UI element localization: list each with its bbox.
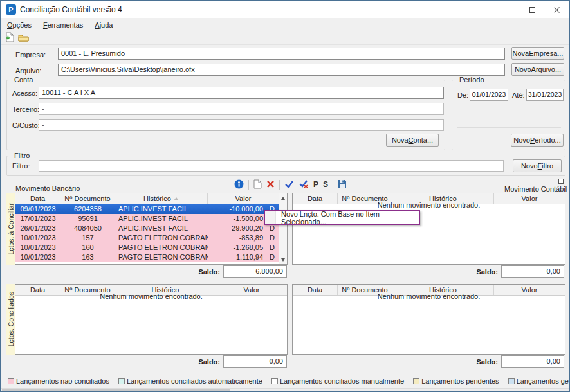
periodo-ate-input[interactable]: 31/01/2023 — [526, 89, 564, 101]
contabil-reconciled-saldo-value: 0,00 — [501, 355, 564, 368]
bank-reconciled-saldo-row: Saldo: 0,00 — [15, 355, 287, 368]
column-header-valor[interactable]: Valor — [208, 193, 279, 204]
table-row[interactable]: 09/01/2023 6204358 APLIC.INVEST FACIL -1… — [15, 204, 279, 214]
maximize-button[interactable] — [520, 1, 544, 18]
saldo-label: Saldo: — [476, 358, 498, 366]
filtro-group-title: Filtro — [12, 152, 32, 159]
panel-maximize-button[interactable] — [558, 179, 564, 184]
empresa-input[interactable]: 0001 - L. Presumido — [58, 48, 505, 60]
context-menu-gutter — [265, 211, 276, 224]
close-button[interactable] — [544, 1, 569, 18]
horizontal-scroll-thumb[interactable] — [2, 389, 230, 392]
main-toolbar — [1, 31, 569, 45]
context-menu-item-novo-lancamento[interactable]: Novo Lnçto. Com Base no Item Selecionado… — [276, 210, 419, 226]
terceiro-label: Terceiro: — [12, 105, 39, 113]
unconciliate-check-icon[interactable] — [299, 179, 309, 190]
conta-group-title: Conta — [12, 76, 35, 84]
legend-item: Lançamentos não conciliados — [8, 377, 109, 385]
empty-message: Nenhum movimento encontrado. — [293, 201, 565, 209]
saldo-label: Saldo: — [198, 268, 220, 276]
legend-swatch-white — [271, 378, 278, 384]
movimento-contabil-caption: Movimento Contábil — [504, 185, 567, 193]
legend-item: Lançamentos conciliados automaticamente — [118, 377, 262, 385]
acesso-input[interactable]: 10011 - C A I X A — [39, 87, 444, 99]
toolbar-separator — [279, 180, 280, 190]
saldo-label: Saldo: — [198, 358, 220, 366]
minimize-button[interactable] — [495, 1, 520, 18]
table-row[interactable]: 26/01/2023 4084050 APLIC.INVEST FACIL -2… — [15, 224, 279, 233]
minimize-icon — [504, 10, 511, 10]
toolbar-separator — [333, 180, 333, 190]
menu-ferramentas[interactable]: Ferramentas — [37, 19, 89, 31]
terceiro-input[interactable]: - — [39, 103, 444, 115]
open-folder-icon[interactable] — [18, 33, 29, 43]
column-header-data[interactable]: Data — [15, 193, 60, 204]
toolbar-separator — [248, 180, 249, 190]
window-title: Conciliação Contábil versão 4 — [20, 5, 122, 14]
arquivo-input[interactable]: C:\Users\Vinicius.Silva\Desktop\janeiro.… — [58, 64, 505, 76]
legend: Lançamentos não conciliados Lançamentos … — [8, 377, 566, 385]
contabil-saldo-row: Saldo: 0,00 — [292, 265, 564, 278]
legend-swatch-cyan — [118, 378, 125, 384]
bank-reconciled-table: Data Nº Documento Histórico Valor Nenhum… — [15, 284, 288, 355]
ccusto-label: C/Custo: — [12, 121, 40, 129]
app-window: P Conciliação Contábil versão 4 Opções F… — [0, 0, 570, 392]
column-header-documento[interactable]: Nº Documento — [60, 193, 115, 204]
conciliados-side-label: Lçtos. Conciliados — [7, 292, 15, 346]
column-header-historico[interactable]: Histórico — [115, 193, 208, 204]
letter-s-button[interactable]: S — [323, 180, 328, 189]
titlebar: P Conciliação Contábil versão 4 — [1, 1, 569, 18]
periodo-de-input[interactable]: 01/01/2023 — [470, 89, 508, 101]
empresa-label: Empresa: — [15, 51, 46, 58]
menubar: Opções Ferramentas Ajuda — [1, 18, 569, 31]
maximize-icon — [529, 7, 535, 13]
scroll-up-icon[interactable] — [279, 193, 287, 202]
novo-periodo-button[interactable]: Novo Período... — [511, 134, 564, 147]
new-entry-icon[interactable] — [253, 179, 262, 190]
conciliate-check-icon[interactable] — [284, 180, 294, 190]
periodo-groupbox: Período De: 01/01/2023 Até: 31/01/2023 N… — [452, 80, 565, 150]
contabil-reconciled-saldo-row: Saldo: 0,00 — [292, 355, 564, 368]
horizontal-scrollbar[interactable] — [1, 388, 569, 392]
bank-to-reconcile-table: Data Nº Documento Histórico Valor 09/01/… — [15, 193, 288, 265]
legend-swatch-blue — [508, 378, 515, 384]
menu-ajuda[interactable]: Ajuda — [89, 19, 118, 31]
table-row[interactable]: 10/01/2023 163 PAGTO ELETRON COBRANCA 07… — [15, 253, 279, 262]
legend-swatch-pink — [8, 378, 14, 384]
filtro-groupbox: Filtro Filtro: Novo Filtro — [6, 156, 565, 176]
periodo-de-label: De: — [457, 91, 468, 99]
letter-p-button[interactable]: P — [313, 180, 318, 189]
periodo-group-title: Período — [457, 76, 486, 84]
menu-opcoes[interactable]: Opções — [1, 19, 37, 31]
table-row[interactable]: 10/01/2023 157 PAGTO ELETRON COBRANCA 01… — [15, 233, 279, 243]
conta-groupbox: Conta Acesso: 10011 - C A I X A Terceiro… — [6, 80, 445, 150]
legend-swatch-yellow — [413, 378, 419, 384]
delete-icon[interactable] — [266, 180, 275, 190]
legend-item: Lançamentos conciliados manualmente — [271, 377, 404, 385]
close-icon — [553, 6, 560, 13]
conciliados-side-tab: Lçtos. Conciliados — [6, 284, 15, 355]
movimento-bancario-caption: Movimento Bancário — [15, 184, 80, 192]
context-menu: Novo Lnçto. Com Base no Item Selecionado… — [264, 210, 420, 225]
scroll-down-icon[interactable] — [279, 255, 287, 264]
novo-arquivo-button[interactable]: Novo Arquivo... — [511, 63, 564, 76]
table-row[interactable]: 10/01/2023 160 PAGTO ELETRON COBRANCA 07… — [15, 243, 279, 253]
table-row[interactable]: 17/01/2023 95691 APLIC.INVEST FACIL -1.5… — [15, 214, 279, 224]
contabil-to-reconcile-table: Data Nº Documento Histórico Valor Nenhum… — [292, 193, 565, 265]
conciliar-side-label: Lçtos. à Conciliar — [7, 203, 15, 255]
filtro-input[interactable] — [39, 160, 504, 172]
ccusto-input[interactable]: - — [39, 119, 444, 131]
nova-conta-button[interactable]: Nova Conta... — [386, 134, 439, 147]
app-logo-icon: P — [6, 4, 16, 15]
nova-empresa-button[interactable]: Nova Empresa... — [511, 47, 564, 60]
vertical-scrollbar[interactable] — [279, 193, 287, 264]
new-file-icon[interactable] — [5, 32, 15, 44]
conciliar-side-tab: Lçtos. à Conciliar — [6, 193, 15, 265]
novo-filtro-button[interactable]: Novo Filtro — [513, 159, 562, 172]
saldo-label: Saldo: — [476, 268, 498, 276]
contabil-saldo-value: 0,00 — [501, 265, 564, 278]
info-icon[interactable] — [234, 179, 244, 190]
acesso-label: Acesso: — [12, 89, 37, 97]
save-icon[interactable] — [338, 179, 347, 190]
legend-item: Lançamentos gerados e conciliados automa… — [508, 377, 570, 385]
